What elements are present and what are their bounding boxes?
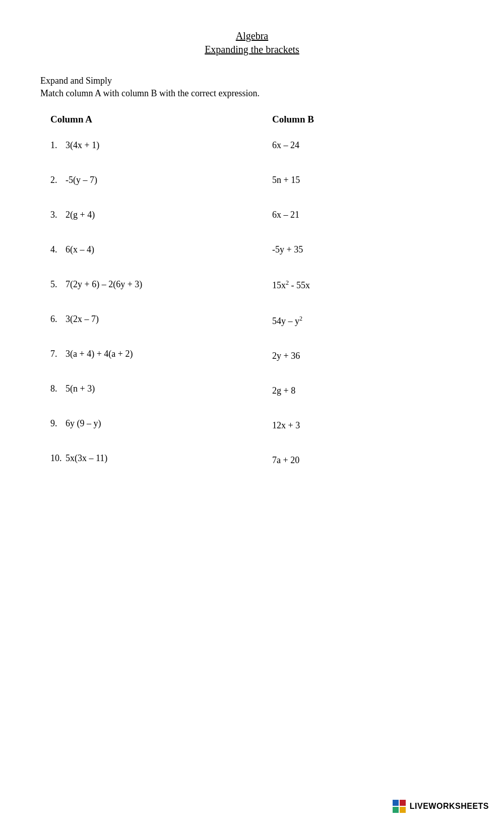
problem-expression-7: 3(a + 4) + 4(a + 2)	[66, 349, 133, 359]
instruction-line2: Match column A with column B with the co…	[40, 88, 464, 99]
problem-expression-3: 2(g + 4)	[66, 210, 95, 220]
problem-expression-1: 3(4x + 1)	[66, 140, 99, 151]
logo-sq-yellow	[400, 807, 406, 813]
answer-row-5: 15x2 - 55x	[272, 279, 464, 291]
problem-number-7: 7.	[50, 349, 66, 359]
instructions: Expand and Simply Match column A with co…	[40, 76, 464, 99]
columns-container: Column A 1. 3(4x + 1) 2. -5(y – 7) 3. 2(…	[40, 114, 464, 490]
problem-row-6: 6. 3(2x – 7)	[50, 314, 242, 325]
problem-row-7: 7. 3(a + 4) + 4(a + 2)	[50, 349, 242, 359]
answer-expression-8: 2g + 8	[272, 386, 295, 396]
answer-expression-7: 2y + 36	[272, 351, 300, 361]
problem-row-1: 1. 3(4x + 1)	[50, 140, 242, 151]
column-a-header: Column A	[50, 114, 242, 125]
problem-number-2: 2.	[50, 175, 66, 185]
page-title: Algebra	[40, 30, 464, 42]
page-subtitle: Expanding the brackets	[40, 44, 464, 55]
problem-expression-10: 5x(3x – 11)	[66, 453, 107, 464]
problem-number-5: 5.	[50, 279, 66, 290]
answer-row-10: 7a + 20	[272, 455, 464, 466]
answer-row-3: 6x – 21	[272, 210, 464, 220]
answer-expression-10: 7a + 20	[272, 455, 299, 466]
problem-expression-8: 5(n + 3)	[66, 384, 95, 394]
answer-expression-6: 54y – y2	[272, 315, 302, 327]
header: Algebra Expanding the brackets	[40, 30, 464, 55]
problem-expression-6: 3(2x – 7)	[66, 314, 99, 325]
problem-row-4: 4. 6(x – 4)	[50, 244, 242, 255]
answer-row-6: 54y – y2	[272, 315, 464, 327]
answer-expression-2: 5n + 15	[272, 175, 300, 185]
problem-expression-4: 6(x – 4)	[66, 244, 94, 255]
footer: LIVEWORKSHEETS	[393, 800, 489, 813]
answer-row-8: 2g + 8	[272, 386, 464, 396]
problem-number-1: 1.	[50, 140, 66, 151]
footer-text: LIVEWORKSHEETS	[410, 802, 489, 811]
problem-number-6: 6.	[50, 314, 66, 325]
problem-number-10: 10.	[50, 453, 66, 464]
problem-number-8: 8.	[50, 384, 66, 394]
answer-row-7: 2y + 36	[272, 351, 464, 361]
answer-expression-4: -5y + 35	[272, 244, 303, 255]
column-b: Column B 6x – 24 5n + 15 6x – 21 -5y + 3…	[242, 114, 464, 490]
logo-squares	[393, 800, 406, 813]
problem-expression-2: -5(y – 7)	[66, 175, 97, 185]
logo-sq-green	[393, 807, 399, 813]
problem-number-4: 4.	[50, 244, 66, 255]
problem-expression-9: 6y (9 – y)	[66, 418, 101, 429]
instruction-line1: Expand and Simply	[40, 76, 464, 86]
problem-row-10: 10. 5x(3x – 11)	[50, 453, 242, 464]
answer-expression-5: 15x2 - 55x	[272, 279, 310, 291]
answer-expression-9: 12x + 3	[272, 420, 300, 431]
logo-sq-blue	[393, 800, 399, 806]
problem-row-3: 3. 2(g + 4)	[50, 210, 242, 220]
answer-expression-3: 6x – 21	[272, 210, 299, 220]
liveworksheets-logo: LIVEWORKSHEETS	[393, 800, 489, 813]
column-b-header: Column B	[272, 114, 464, 125]
problem-expression-5: 7(2y + 6) – 2(6y + 3)	[66, 279, 142, 290]
problem-row-9: 9. 6y (9 – y)	[50, 418, 242, 429]
problem-row-2: 2. -5(y – 7)	[50, 175, 242, 185]
answer-row-2: 5n + 15	[272, 175, 464, 185]
answer-expression-1: 6x – 24	[272, 140, 299, 151]
logo-sq-red	[400, 800, 406, 806]
answer-row-4: -5y + 35	[272, 244, 464, 255]
answer-row-9: 12x + 3	[272, 420, 464, 431]
problem-row-5: 5. 7(2y + 6) – 2(6y + 3)	[50, 279, 242, 290]
column-a: Column A 1. 3(4x + 1) 2. -5(y – 7) 3. 2(…	[40, 114, 242, 490]
answer-row-1: 6x – 24	[272, 140, 464, 151]
problem-number-3: 3.	[50, 210, 66, 220]
problem-row-8: 8. 5(n + 3)	[50, 384, 242, 394]
problem-number-9: 9.	[50, 418, 66, 429]
page: Algebra Expanding the brackets Expand an…	[0, 0, 504, 828]
